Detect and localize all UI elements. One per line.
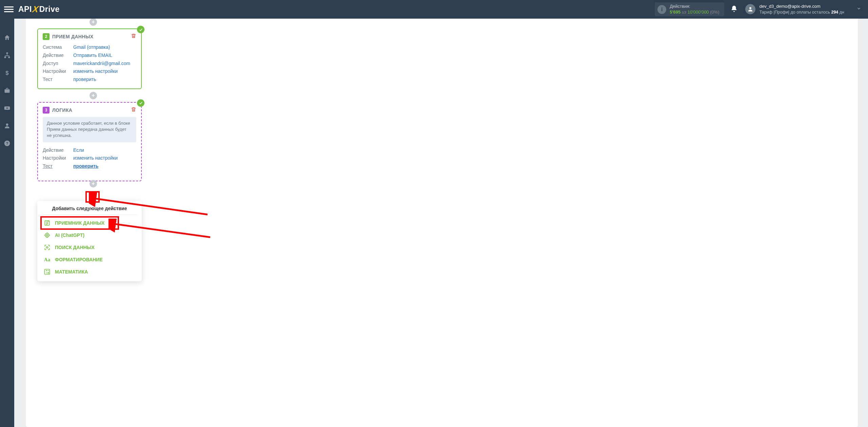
popup-item-formatting[interactable]: Aa ФОРМАТИРОВАНИЕ	[37, 253, 142, 266]
check-badge-icon	[137, 26, 144, 33]
popup-divider	[42, 215, 137, 215]
popup-item-label: ФОРМАТИРОВАНИЕ	[55, 257, 103, 262]
value-settings[interactable]: изменить настройки	[73, 154, 118, 162]
value-test[interactable]: проверить	[73, 76, 96, 84]
actions-of: из	[682, 9, 686, 15]
actions-count: 5'695	[670, 9, 680, 15]
svg-rect-28	[45, 269, 50, 274]
svg-text:$: $	[5, 70, 9, 76]
logo-x: X	[32, 4, 39, 15]
value-action[interactable]: Если	[73, 146, 84, 155]
value-access[interactable]: maverickandrii@gmail.com	[73, 60, 130, 68]
left-sidebar: $ ?	[0, 19, 14, 427]
popup-item-label: ПОИСК ДАННЫХ	[55, 245, 95, 250]
label-system: Система	[43, 43, 73, 52]
label-action: Действие	[43, 146, 73, 155]
popup-item-label: AI (ChatGPT)	[55, 232, 84, 238]
logo-drive: Drive	[39, 5, 60, 14]
sidebar-briefcase-icon[interactable]	[0, 85, 14, 96]
popup-title: Добавить следующее действие	[37, 206, 142, 211]
value-system[interactable]: Gmail (отправка)	[73, 43, 110, 52]
actions-label: Действия:	[670, 4, 719, 9]
avatar-icon	[745, 4, 755, 14]
step-number: 3	[43, 107, 50, 114]
user-email: dev_d3_demo@apix-drive.com	[760, 3, 844, 9]
logo-api: API	[18, 5, 32, 14]
value-test[interactable]: проверить	[73, 162, 98, 170]
actions-percent: (0%)	[710, 9, 719, 15]
svg-point-21	[45, 233, 49, 237]
add-step-button[interactable]: +	[90, 92, 97, 99]
delete-step-button[interactable]	[131, 33, 136, 40]
sidebar-user-icon[interactable]	[0, 120, 14, 131]
actions-usage-badge[interactable]: i Действия: 5'695 из 10'000'000 (0%)	[655, 2, 724, 17]
popup-item-ai-chatgpt[interactable]: AI (ChatGPT)	[37, 229, 142, 241]
label-settings: Настройки	[43, 67, 73, 76]
chevron-down-icon	[856, 6, 861, 12]
logo[interactable]: APIXDrive	[18, 4, 60, 15]
add-action-popup: Добавить следующее действие ПРИЕМНИК ДАН…	[37, 201, 142, 281]
main-area: + 2 ПРИЕМ ДАННЫХ СистемаGmail (отправка)…	[14, 19, 868, 427]
step-number: 2	[43, 33, 50, 40]
user-menu[interactable]: dev_d3_demo@apix-drive.com Тариф |Профи|…	[745, 3, 864, 15]
card-title: ЛОГИКА	[52, 107, 72, 113]
delete-step-button[interactable]	[131, 107, 136, 114]
label-access: Доступ	[43, 60, 73, 68]
info-icon: i	[657, 5, 666, 14]
sidebar-dollar-icon[interactable]: $	[0, 67, 14, 78]
svg-rect-2	[4, 57, 6, 58]
popup-item-data-receiver[interactable]: ПРИЕМНИК ДАННЫХ	[37, 217, 142, 229]
sidebar-help-icon[interactable]: ?	[0, 138, 14, 149]
svg-rect-3	[8, 57, 10, 58]
actions-limit: 10'000'000	[688, 9, 709, 15]
value-settings[interactable]: изменить настройки	[73, 67, 118, 76]
label-test: Тест	[43, 76, 73, 84]
step-card-2: 2 ПРИЕМ ДАННЫХ СистемаGmail (отправка) Д…	[37, 28, 142, 89]
add-step-button[interactable]: +	[90, 18, 97, 26]
user-info: dev_d3_demo@apix-drive.com Тариф |Профи|…	[760, 3, 844, 15]
popup-item-label: МАТЕМАТИКА	[55, 269, 88, 274]
add-step-button-highlighted[interactable]: +	[90, 180, 97, 187]
card-title: ПРИЕМ ДАННЫХ	[52, 34, 93, 39]
svg-text:?: ?	[6, 141, 8, 145]
label-test: Тест	[43, 162, 73, 170]
svg-point-8	[6, 123, 8, 126]
label-settings: Настройки	[43, 154, 73, 162]
popup-item-label: ПРИЕМНИК ДАННЫХ	[55, 220, 104, 226]
data-receiver-icon	[43, 219, 51, 227]
app-header: APIXDrive i Действия: 5'695 из 10'000'00…	[0, 0, 868, 19]
svg-rect-1	[6, 53, 8, 54]
label-action: Действие	[43, 52, 73, 60]
sidebar-sitemap-icon[interactable]	[0, 50, 14, 61]
formatting-icon: Aa	[43, 256, 51, 263]
svg-point-27	[46, 247, 48, 248]
svg-point-0	[749, 7, 751, 9]
flow-column: + 2 ПРИЕМ ДАННЫХ СистемаGmail (отправка)…	[26, 19, 158, 187]
hamburger-menu-button[interactable]	[4, 5, 14, 14]
ai-icon	[43, 231, 51, 239]
svg-point-22	[46, 235, 48, 236]
actions-text: Действия: 5'695 из 10'000'000 (0%)	[670, 4, 719, 15]
step-card-3: 3 ЛОГИКА Данное условие сработает, если …	[37, 102, 142, 181]
check-badge-icon	[137, 99, 144, 107]
logic-info-text: Данное условие сработает, если в блоке П…	[43, 117, 136, 142]
sidebar-youtube-icon[interactable]	[0, 103, 14, 114]
sidebar-home-icon[interactable]	[0, 32, 14, 43]
value-action[interactable]: Отправить EMAIL	[73, 52, 112, 60]
popup-item-search-data[interactable]: ПОИСК ДАННЫХ	[37, 241, 142, 253]
content-panel: + 2 ПРИЕМ ДАННЫХ СистемаGmail (отправка)…	[26, 19, 858, 427]
math-icon	[43, 268, 51, 276]
svg-rect-5	[5, 89, 10, 93]
notifications-bell-icon[interactable]	[730, 5, 738, 14]
user-tariff: Тариф |Профи| до оплаты осталось 294 дн	[760, 9, 844, 15]
popup-item-math[interactable]: МАТЕМАТИКА	[37, 266, 142, 278]
search-data-icon	[43, 244, 51, 251]
